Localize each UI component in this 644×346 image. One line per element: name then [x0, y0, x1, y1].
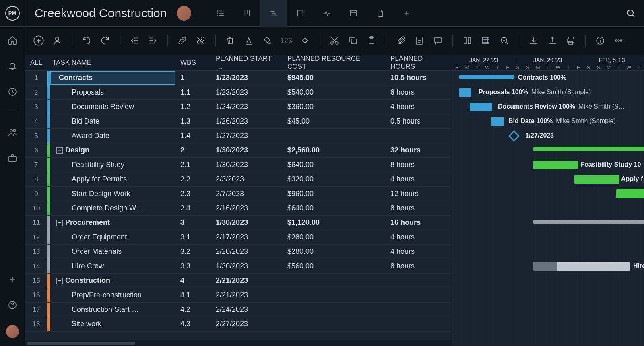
gantt-bar[interactable]: [616, 189, 644, 198]
collapse-toggle[interactable]: −: [56, 278, 63, 284]
view-list-icon[interactable]: [207, 0, 234, 27]
fill-color-icon[interactable]: [262, 35, 273, 46]
gantt-row[interactable]: Proposals 100%Mike Smith (Sample): [452, 85, 644, 100]
row-number[interactable]: 11: [25, 219, 47, 227]
view-add-icon[interactable]: [393, 0, 420, 27]
hours-cell[interactable]: 6 hours: [386, 88, 451, 97]
start-cell[interactable]: 1/27/2023: [211, 132, 283, 140]
start-cell[interactable]: 2/27/2023: [211, 320, 283, 328]
info-icon[interactable]: [594, 35, 606, 46]
comment-icon[interactable]: [432, 35, 444, 46]
attachment-icon[interactable]: [395, 35, 407, 46]
view-gantt-icon[interactable]: [260, 0, 287, 27]
wbs-cell[interactable]: 1.2: [175, 103, 211, 111]
start-cell[interactable]: 1/30/2023: [211, 262, 283, 270]
wbs-cell[interactable]: 4.2: [175, 305, 211, 314]
people-icon[interactable]: [7, 127, 18, 138]
task-row[interactable]: 4 Bid Date 1.3 1/26/2023 $45.00 0.5 hour…: [25, 114, 452, 129]
hours-cell[interactable]: 8 hours: [386, 204, 451, 212]
task-name-cell[interactable]: −Procurement: [47, 216, 175, 230]
task-name-cell[interactable]: Award Date: [47, 129, 175, 143]
gantt-row[interactable]: Feasibility Study 10: [452, 158, 644, 172]
cost-cell[interactable]: $945.00: [283, 74, 386, 82]
view-pulse-icon[interactable]: [314, 0, 340, 27]
hours-cell[interactable]: 4 hours: [386, 247, 451, 256]
cost-cell[interactable]: $560.00: [283, 262, 386, 270]
user-avatar[interactable]: [6, 325, 19, 338]
task-row[interactable]: 7 Feasibility Study 2.1 1/30/2023 $640.0…: [25, 158, 452, 172]
task-name-cell[interactable]: Start Design Work: [47, 187, 175, 201]
view-doc-icon[interactable]: [367, 0, 393, 27]
col-header-wbs[interactable]: WBS: [175, 59, 211, 67]
task-row[interactable]: 2 Proposals 1.1 1/23/2023 $540.00 6 hour…: [25, 85, 452, 100]
recent-icon[interactable]: [7, 86, 18, 97]
start-cell[interactable]: 1/30/2023: [211, 161, 283, 169]
row-number[interactable]: 14: [25, 262, 47, 270]
task-name-cell[interactable]: −Construction: [47, 274, 175, 288]
notifications-icon[interactable]: [7, 60, 18, 72]
task-row[interactable]: 17 Construction Start … 4.2 2/24/2023: [25, 303, 452, 317]
task-name-cell[interactable]: Proposals: [47, 85, 175, 99]
task-name-cell[interactable]: Feasibility Study: [47, 158, 175, 172]
gantt-row[interactable]: [452, 201, 644, 216]
import-icon[interactable]: [528, 35, 539, 46]
wbs-cell[interactable]: 3.3: [175, 262, 211, 270]
row-number[interactable]: 5: [25, 132, 47, 140]
gantt-bar[interactable]: [459, 75, 514, 79]
row-number[interactable]: 15: [25, 277, 47, 285]
start-cell[interactable]: 2/24/2023: [211, 305, 283, 314]
indent-icon[interactable]: [147, 35, 159, 46]
wbs-cell[interactable]: 2.1: [175, 161, 211, 169]
wbs-cell[interactable]: 1: [175, 74, 211, 82]
task-row[interactable]: 13 Order Materials 3.2 2/20/2023 $280.00…: [25, 245, 452, 259]
cost-cell[interactable]: $360.00: [283, 103, 386, 111]
wbs-cell[interactable]: 1.3: [175, 117, 211, 126]
wbs-cell[interactable]: 3: [175, 218, 211, 227]
start-cell[interactable]: 1/23/2023: [211, 88, 283, 97]
collapse-toggle[interactable]: −: [56, 220, 63, 226]
unlink-icon[interactable]: [195, 35, 206, 46]
task-name-cell[interactable]: Order Materials: [47, 245, 175, 259]
wbs-cell[interactable]: 4.1: [175, 291, 211, 299]
cost-cell[interactable]: $2,560.00: [283, 146, 386, 154]
wbs-cell[interactable]: 2: [175, 146, 211, 154]
search-icon[interactable]: [617, 0, 644, 27]
wbs-cell[interactable]: 2.4: [175, 204, 211, 212]
view-board-icon[interactable]: [234, 0, 260, 27]
app-logo[interactable]: PM: [0, 0, 25, 27]
milestone-icon[interactable]: [299, 35, 311, 46]
start-cell[interactable]: 2/20/2023: [211, 247, 283, 256]
start-cell[interactable]: 1/30/2023: [211, 218, 283, 227]
hours-cell[interactable]: 10.5 hours: [386, 74, 451, 82]
columns-icon[interactable]: [462, 35, 473, 46]
row-number[interactable]: 8: [25, 175, 47, 183]
cost-cell[interactable]: $540.00: [283, 88, 386, 97]
gantt-row[interactable]: Contracts 100%: [452, 71, 644, 85]
wbs-cell[interactable]: 1.1: [175, 88, 211, 97]
task-row[interactable]: 15 −Construction 4 2/21/2023: [25, 274, 452, 288]
task-row[interactable]: 12 Order Equipment 3.1 2/17/2023 $280.00…: [25, 230, 452, 245]
row-number[interactable]: 3: [25, 103, 47, 111]
wbs-cell[interactable]: 2.2: [175, 175, 211, 183]
start-cell[interactable]: 2/21/2023: [211, 291, 283, 299]
gantt-row[interactable]: Apply f: [452, 172, 644, 187]
cost-cell[interactable]: $640.00: [283, 161, 386, 169]
task-name-cell[interactable]: Site work: [47, 317, 175, 331]
row-number[interactable]: 7: [25, 161, 47, 169]
zoom-icon[interactable]: [499, 35, 510, 46]
start-cell[interactable]: 1/26/2023: [211, 117, 283, 126]
gantt-row[interactable]: [452, 216, 644, 230]
gantt-bar[interactable]: [533, 220, 644, 224]
gantt-row[interactable]: [452, 245, 644, 259]
task-row[interactable]: 8 Apply for Permits 2.2 2/3/2023 $320.00…: [25, 172, 452, 187]
project-title[interactable]: Creekwood Construction: [25, 6, 177, 20]
start-cell[interactable]: 2/3/2023: [211, 175, 283, 183]
cost-cell[interactable]: $640.00: [283, 204, 386, 212]
gantt-row[interactable]: [452, 187, 644, 201]
task-row[interactable]: 18 Site work 4.3 2/27/2023: [25, 317, 452, 332]
col-header-start[interactable]: PLANNED START …: [211, 55, 283, 71]
row-number[interactable]: 16: [25, 291, 47, 299]
row-number[interactable]: 18: [25, 320, 47, 328]
paste-icon[interactable]: [366, 35, 377, 46]
start-cell[interactable]: 2/16/2023: [211, 204, 283, 212]
